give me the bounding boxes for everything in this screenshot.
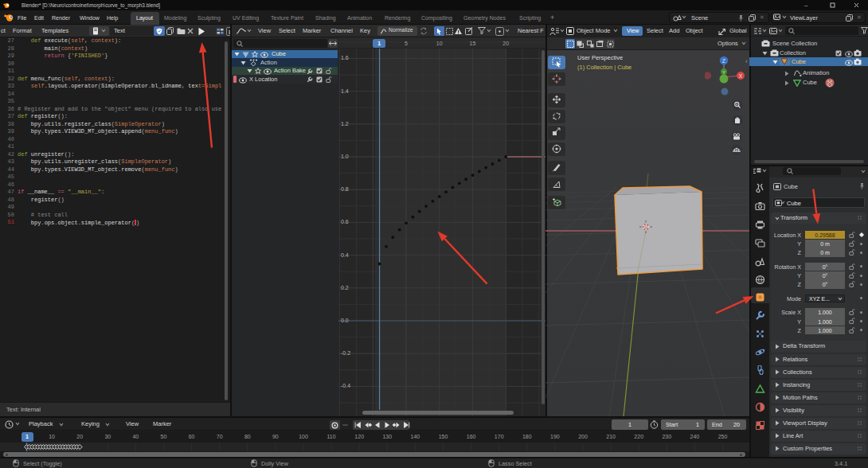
- svg-text:Y: Y: [722, 70, 725, 75]
- svg-text:X: X: [739, 73, 743, 79]
- svg-text:Z: Z: [722, 58, 726, 64]
